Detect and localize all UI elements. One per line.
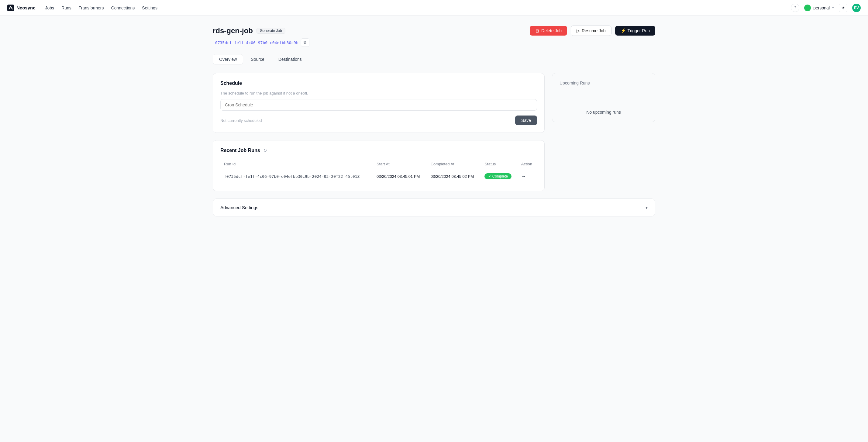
nav-transformers[interactable]: Transformers xyxy=(79,5,104,10)
theme-toggle[interactable]: ☀ xyxy=(839,4,847,12)
status-cell: ✓ Complete xyxy=(481,169,517,184)
right-column: Upcoming Runs No upcoming runs xyxy=(552,73,655,191)
nav-runs[interactable]: Runs xyxy=(61,5,71,10)
not-scheduled-label: Not currently scheduled xyxy=(220,118,262,123)
col-completed-at: Completed At xyxy=(427,159,481,169)
lightning-icon: ⚡ xyxy=(621,28,626,33)
tab-destinations[interactable]: Destinations xyxy=(272,54,308,64)
resume-job-button[interactable]: ▷ Resume Job xyxy=(571,26,612,36)
svg-rect-0 xyxy=(7,5,14,11)
advanced-settings-title: Advanced Settings xyxy=(220,205,258,210)
avatar[interactable]: EV xyxy=(852,4,861,12)
upcoming-runs-title: Upcoming Runs xyxy=(560,81,590,85)
job-id-text: f0735dcf-fe1f-4c06-97b0-c04efbb30c9b xyxy=(213,40,299,45)
table-row: f0735dcf-fe1f-4c06-97b0-c04efbb30c9b-202… xyxy=(220,169,537,184)
job-id-row: f0735dcf-fe1f-4c06-97b0-c04efbb30c9b ⧉ xyxy=(213,38,655,47)
header-actions: 🗑 Delete Job ▷ Resume Job ⚡ Trigger Run xyxy=(530,26,655,36)
col-status: Status xyxy=(481,159,517,169)
workspace-dot xyxy=(804,5,811,11)
page-title: rds-gen-job xyxy=(213,26,253,35)
tabs: Overview Source Destinations xyxy=(213,54,655,64)
advanced-settings-section[interactable]: Advanced Settings ▾ xyxy=(213,199,655,216)
workspace-name: personal xyxy=(813,5,830,10)
completed-at-cell: 03/20/2024 03:45:02 PM xyxy=(427,169,481,184)
runs-table-body: f0735dcf-fe1f-4c06-97b0-c04efbb30c9b-202… xyxy=(220,169,537,184)
trash-icon: 🗑 xyxy=(535,28,539,33)
play-icon: ▷ xyxy=(577,28,580,33)
runs-table: Run Id Start At Completed At Status Acti… xyxy=(220,159,537,184)
brand-icon xyxy=(7,5,14,11)
schedule-footer: Not currently scheduled Save xyxy=(220,116,537,125)
schedule-title: Schedule xyxy=(220,81,537,86)
chevron-down-icon: ▾ xyxy=(646,205,648,210)
nav-connections[interactable]: Connections xyxy=(111,5,135,10)
brand: Neosync xyxy=(7,5,36,11)
page-title-row: rds-gen-job Generate Job xyxy=(213,26,285,35)
recent-runs-card: Recent Job Runs ↻ Run Id Start At Comple… xyxy=(213,140,545,191)
delete-job-button[interactable]: 🗑 Delete Job xyxy=(530,26,567,35)
cron-schedule-input[interactable] xyxy=(220,99,537,111)
navbar: Neosync Jobs Runs Transformers Connectio… xyxy=(0,0,868,16)
copy-job-id-button[interactable]: ⧉ xyxy=(301,38,309,47)
page-header: rds-gen-job Generate Job 🗑 Delete Job ▷ … xyxy=(213,26,655,36)
tab-source[interactable]: Source xyxy=(244,54,271,64)
nav-settings[interactable]: Settings xyxy=(142,5,157,10)
chevron-down-icon: ▾ xyxy=(832,6,834,10)
page: rds-gen-job Generate Job 🗑 Delete Job ▷ … xyxy=(203,16,665,226)
main-layout: Schedule The schedule to run the job aga… xyxy=(213,73,655,191)
action-arrow[interactable]: → xyxy=(521,174,526,179)
col-start-at: Start At xyxy=(373,159,427,169)
nav-jobs[interactable]: Jobs xyxy=(45,5,54,10)
run-id-cell: f0735dcf-fe1f-4c06-97b0-c04efbb30c9b-202… xyxy=(220,169,373,184)
help-icon[interactable]: ? xyxy=(791,4,799,12)
col-run-id: Run Id xyxy=(220,159,373,169)
action-cell[interactable]: → xyxy=(518,169,537,184)
runs-table-header: Run Id Start At Completed At Status Acti… xyxy=(220,159,537,169)
refresh-icon[interactable]: ↻ xyxy=(263,148,267,153)
save-schedule-button[interactable]: Save xyxy=(515,116,537,125)
start-at-cell: 03/20/2024 03:45:01 PM xyxy=(373,169,427,184)
runs-table-header-row: Run Id Start At Completed At Status Acti… xyxy=(220,159,537,169)
user-info[interactable]: personal ▾ xyxy=(804,5,834,11)
nav-links: Jobs Runs Transformers Connections Setti… xyxy=(45,5,157,10)
brand-name: Neosync xyxy=(17,5,36,10)
navbar-left: Neosync Jobs Runs Transformers Connectio… xyxy=(7,5,157,11)
job-type-badge: Generate Job xyxy=(256,28,285,34)
runs-title: Recent Job Runs xyxy=(220,148,260,153)
schedule-card: Schedule The schedule to run the job aga… xyxy=(213,73,545,133)
runs-header: Recent Job Runs ↻ xyxy=(220,148,537,153)
left-column: Schedule The schedule to run the job aga… xyxy=(213,73,545,191)
tab-overview[interactable]: Overview xyxy=(213,54,243,64)
col-action: Action xyxy=(518,159,537,169)
schedule-description: The schedule to run the job against if n… xyxy=(220,91,537,95)
no-upcoming-runs-label: No upcoming runs xyxy=(586,110,621,115)
upcoming-runs-card: Upcoming Runs No upcoming runs xyxy=(552,73,655,122)
trigger-run-button[interactable]: ⚡ Trigger Run xyxy=(615,26,655,35)
navbar-right: ? personal ▾ ☀ EV xyxy=(791,4,861,12)
status-badge: ✓ Complete xyxy=(485,173,512,179)
